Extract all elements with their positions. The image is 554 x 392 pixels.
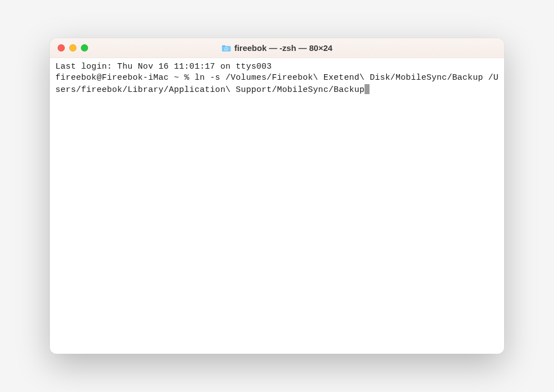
folder-icon [222, 44, 231, 52]
terminal-window: fireebok — -zsh — 80×24 Last login: Thu … [50, 38, 504, 354]
close-button[interactable] [58, 44, 65, 51]
cursor [365, 84, 370, 94]
terminal-body[interactable]: Last login: Thu Nov 16 11:01:17 on ttys0… [50, 58, 504, 354]
window-title: fireebok — -zsh — 80×24 [234, 43, 332, 53]
zoom-button[interactable] [81, 44, 88, 51]
shell-prompt: fireebok@Fireebok-iMac ~ % [55, 73, 194, 82]
minimize-button[interactable] [69, 44, 76, 51]
terminal-output: Last login: Thu Nov 16 11:01:17 on ttys0… [55, 61, 499, 96]
titlebar[interactable]: fireebok — -zsh — 80×24 [50, 38, 504, 58]
traffic-lights [58, 44, 88, 51]
title-center: fireebok — -zsh — 80×24 [50, 43, 504, 53]
svg-rect-0 [224, 48, 228, 50]
last-login-line: Last login: Thu Nov 16 11:01:17 on ttys0… [55, 62, 272, 71]
